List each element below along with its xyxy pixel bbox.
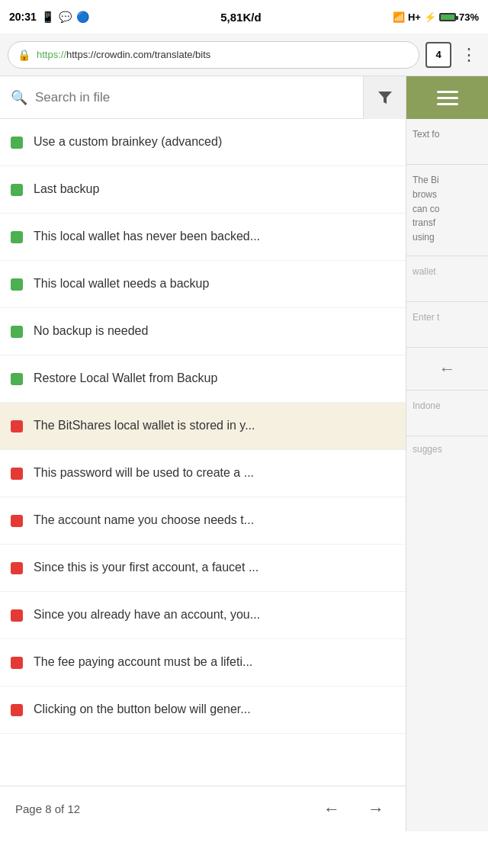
search-input[interactable] [35,90,352,105]
right-indonesia-text: Indone [413,400,441,411]
search-input-area: 🔍 [0,89,363,106]
status-bar: 20:31 📱 💬 🔵 5,81K/d 📶 H+ ⚡ 73% [0,0,488,34]
list-item[interactable]: The fee paying account must be a lifeti.… [0,639,406,686]
list-item[interactable]: No backup is needed [0,308,406,355]
right-enter-text: Enter t [413,312,439,323]
signal-bars: 📶 [393,11,405,23]
charging-icon: ⚡ [424,11,436,23]
item-text: The BitShares local wallet is stored in … [34,418,255,434]
browser-bar: 🔒 https://https://crowdin.com/translate/… [0,34,488,76]
app-icon-2: 💬 [59,11,72,23]
list-item[interactable]: Since you already have an account, you..… [0,592,406,639]
svg-marker-0 [378,92,392,104]
url-box[interactable]: 🔒 https://https://crowdin.com/translate/… [8,41,419,69]
status-left: 20:31 📱 💬 🔵 [9,11,89,23]
back-arrow-icon: ← [439,359,456,379]
filter-icon [376,88,394,107]
list-item[interactable]: Use a custom brainkey (advanced) [0,119,406,166]
status-dot [11,562,23,574]
status-dot [11,515,23,527]
main-layout: 🔍 Use a custom brainkey (advanced)Last b… [0,76,488,831]
item-text: This local wallet needs a backup [34,276,209,292]
right-suggests-section: sugges [406,436,488,462]
list-item[interactable]: The BitShares local wallet is stored in … [0,403,406,450]
item-text: Clicking on the button below will gener.… [34,702,251,718]
item-text: The account name you choose needs t... [34,513,254,529]
status-dot [11,420,23,432]
translation-list: Use a custom brainkey (advanced)Last bac… [0,119,406,786]
status-dot [11,704,23,716]
right-suggests-text: sugges [413,444,442,455]
pagination: Page 8 of 12 ← → [0,786,406,831]
right-wallet-section: wallet [406,256,488,302]
right-text-fo: Text fo [413,129,439,140]
right-bitshares-preview-section: The Bibrowscan cotransfusing [406,165,488,256]
status-dot [11,657,23,669]
network-type: H+ [408,11,421,23]
prev-page-button[interactable]: ← [317,796,346,822]
url-text: https://https://crowdin.com/translate/bi… [37,49,210,60]
item-text: This local wallet has never been backed.… [34,229,260,245]
next-page-button[interactable]: → [361,796,390,822]
list-item[interactable]: This local wallet needs a backup [0,261,406,308]
status-dot [11,231,23,243]
list-item[interactable]: Since this is your first account, a fauc… [0,545,406,592]
right-panel: Text fo The Bibrowscan cotransfusing wal… [406,76,488,831]
list-item[interactable]: The account name you choose needs t... [0,497,406,545]
item-text: Since this is your first account, a fauc… [34,560,258,576]
right-panel-header [406,76,488,119]
status-dot [11,184,23,196]
lock-icon: 🔒 [18,49,30,61]
item-text: Use a custom brainkey (advanced) [34,134,222,150]
item-text: Since you already have an account, you..… [34,607,260,623]
list-item[interactable]: Clicking on the button below will gener.… [0,686,406,734]
browser-menu-button[interactable]: ⋮ [458,42,480,68]
status-dot [11,609,23,622]
list-item[interactable]: This password will be used to create a .… [0,450,406,497]
right-text-fo-section: Text fo [406,119,488,165]
right-back-arrow-section: ← [406,348,488,391]
status-dot [11,137,23,149]
search-icon: 🔍 [11,89,27,106]
status-dot [11,373,23,385]
left-panel: 🔍 Use a custom brainkey (advanced)Last b… [0,76,406,831]
search-bar: 🔍 [0,76,406,119]
item-text: The fee paying account must be a lifeti.… [34,654,252,670]
list-item[interactable]: Last backup [0,166,406,214]
right-wallet-text: wallet [413,266,436,277]
status-dot [11,326,23,338]
right-indonesia-section: Indone [406,391,488,436]
battery-icon [439,13,456,21]
item-text: This password will be used to create a .… [34,465,254,481]
time: 20:31 [9,11,37,23]
app-icon-1: 📱 [41,11,54,23]
battery-percent: 73% [459,11,479,23]
list-item[interactable]: This local wallet has never been backed.… [0,214,406,261]
list-item[interactable]: Restore Local Wallet from Backup [0,355,406,403]
right-enter-section: Enter t [406,302,488,348]
item-text: Restore Local Wallet from Backup [34,371,217,387]
network-speed: 5,81K/d [220,11,261,24]
page-nav: ← → [317,796,390,822]
status-dot [11,468,23,480]
filter-button[interactable] [363,76,406,119]
app-icon-3: 🔵 [76,11,89,23]
item-text: No backup is needed [34,323,148,339]
status-dot [11,278,23,291]
right-bitshares-preview: The Bibrowscan cotransfusing [413,175,439,243]
status-right: 📶 H+ ⚡ 73% [393,11,479,23]
page-info: Page 8 of 12 [15,802,80,815]
hamburger-menu-button[interactable] [437,91,458,105]
item-text: Last backup [34,182,99,198]
tab-count-button[interactable]: 4 [425,42,451,68]
